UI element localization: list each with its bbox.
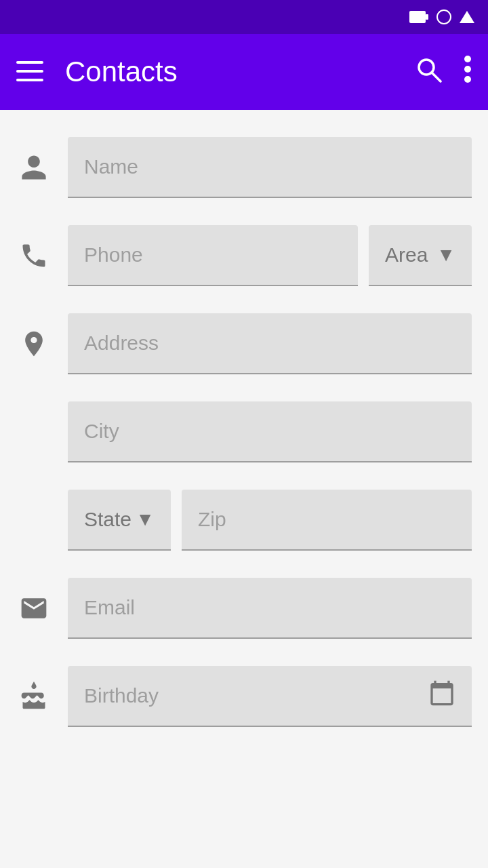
email-fields (68, 578, 488, 639)
svg-marker-3 (460, 11, 474, 23)
state-zip-row: State ▼ (0, 479, 488, 561)
phone-fields: Area ▼ (68, 225, 488, 286)
svg-point-9 (464, 56, 471, 62)
state-dropdown[interactable]: State ▼ (68, 490, 171, 551)
birthday-input[interactable]: Birthday (68, 666, 472, 727)
city-fields (68, 401, 488, 462)
svg-rect-6 (16, 79, 43, 81)
email-row (0, 567, 488, 650)
birthday-icon (0, 682, 68, 711)
area-dropdown-arrow: ▼ (436, 244, 455, 266)
state-dropdown-arrow: ▼ (136, 509, 155, 530)
address-fields (68, 313, 488, 374)
city-row (0, 391, 488, 473)
email-icon (0, 593, 68, 623)
email-input[interactable] (68, 578, 472, 639)
area-dropdown[interactable]: Area ▼ (369, 225, 472, 286)
app-title: Contacts (65, 56, 393, 88)
menu-button[interactable] (16, 57, 43, 87)
address-input[interactable] (68, 313, 472, 374)
circle-icon (436, 9, 451, 24)
name-input[interactable] (68, 137, 472, 198)
state-zip-fields: State ▼ (68, 490, 488, 551)
birthday-placeholder: Birthday (84, 684, 159, 707)
svg-rect-1 (426, 14, 428, 20)
svg-point-2 (437, 10, 451, 24)
contact-form: Area ▼ State ▼ (0, 110, 488, 760)
birthday-fields: Birthday (68, 666, 488, 727)
calendar-icon[interactable] (428, 679, 455, 713)
svg-rect-4 (16, 61, 43, 64)
phone-row: Area ▼ (0, 214, 488, 297)
more-options-button[interactable] (464, 55, 472, 90)
battery-icon (409, 9, 428, 24)
person-icon (0, 153, 68, 182)
address-row (0, 302, 488, 385)
birthday-row: Birthday (0, 655, 488, 738)
svg-line-8 (432, 73, 441, 81)
city-input[interactable] (68, 401, 472, 462)
location-icon (0, 329, 68, 359)
svg-rect-0 (409, 11, 426, 23)
svg-point-11 (464, 76, 471, 83)
svg-rect-5 (16, 70, 43, 73)
phone-input[interactable] (68, 225, 358, 286)
status-bar (0, 0, 488, 34)
svg-point-10 (464, 66, 471, 73)
search-button[interactable] (415, 56, 442, 89)
zip-input[interactable] (182, 490, 472, 551)
wifi-icon (460, 9, 474, 24)
app-bar: Contacts (0, 34, 488, 110)
phone-icon (0, 241, 68, 271)
name-row (0, 126, 488, 209)
name-fields (68, 137, 488, 198)
